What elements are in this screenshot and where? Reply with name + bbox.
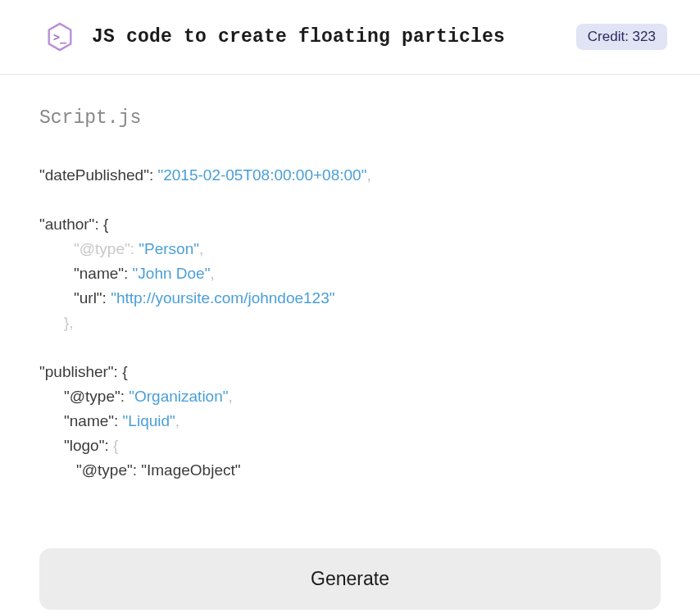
header-left: >_ JS code to create floating particles [44, 21, 505, 52]
app-logo-icon: >_ [44, 21, 75, 52]
generate-button[interactable]: Generate [39, 548, 661, 610]
code-line-publisher-logo-type: "@type": "ImageObject" [39, 458, 661, 483]
file-name: Script.js [39, 107, 661, 129]
code-line-publisher-type: "@type": "Organization", [39, 384, 661, 409]
code-block: "datePublished": "2015-02-05T08:00:00+08… [39, 163, 661, 483]
code-line-author-url: "url": "http://yoursite.com/johndoe123" [39, 286, 661, 311]
code-line-publisher-open: "publisher": { [39, 360, 661, 384]
code-line-publisher-logo-open: "logo": { [39, 434, 661, 458]
svg-text:>_: >_ [53, 31, 66, 44]
code-line-author-type: "@type": "Person", [39, 237, 661, 261]
code-line-author-name: "name": "John Doe", [39, 261, 661, 286]
code-line-author-close: }, [39, 311, 661, 335]
code-line-publisher-name: "name": "Liquid", [39, 409, 661, 434]
header: >_ JS code to create floating particles … [0, 0, 700, 75]
credit-badge: Credit: 323 [576, 24, 667, 50]
page-title: JS code to create floating particles [92, 26, 505, 48]
content-area: Script.js "datePublished": "2015-02-05T0… [0, 75, 700, 507]
code-line-datepublished: "datePublished": "2015-02-05T08:00:00+08… [39, 163, 661, 188]
code-line-author-open: "author": { [39, 212, 661, 237]
